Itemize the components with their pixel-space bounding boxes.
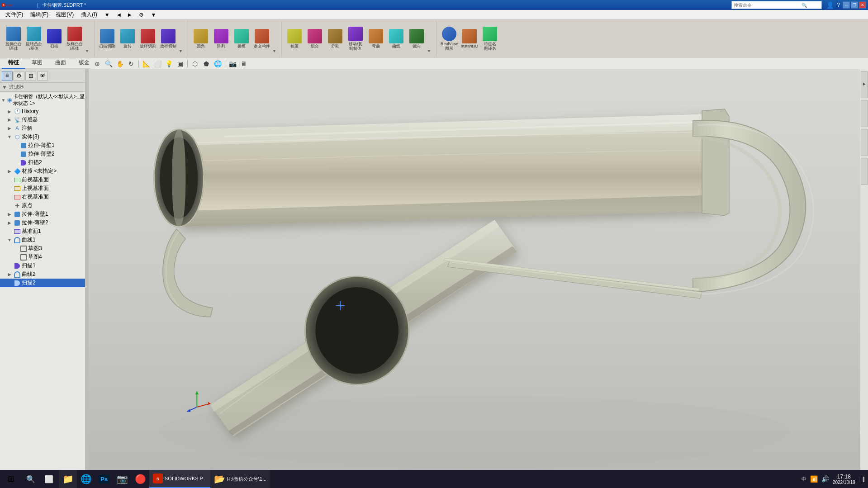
solid-toggle[interactable]: ▼ <box>6 134 13 140</box>
panel-tab-config[interactable]: ⊞ <box>25 71 36 81</box>
annot-toggle[interactable]: ▶ <box>6 125 13 132</box>
minimize-button[interactable]: ─ <box>843 1 850 9</box>
taskbar-solidworks[interactable]: S SOLIDWORKS P... <box>149 470 210 488</box>
flex-button[interactable]: 弯曲 <box>366 23 386 55</box>
taskbar-app4[interactable]: 📷 <box>113 470 131 488</box>
root-toggle[interactable]: ▼ <box>1 97 6 103</box>
menu-item-edit[interactable]: 编辑(E) <box>27 10 52 19</box>
tree-root[interactable]: ▼ ◉ 卡住钢管（默认人<<默认人>_显示状态 1> <box>0 93 85 107</box>
tree-node-plane1[interactable]: 基准面1 <box>0 227 85 236</box>
surface-group-dropdown[interactable]: ▼ <box>427 49 434 53</box>
tab-feature[interactable]: 特征 <box>2 57 25 69</box>
material-toggle[interactable]: ▶ <box>6 168 13 175</box>
vp-section-button[interactable]: ⬜ <box>152 59 162 68</box>
menu-item-view[interactable]: 视图(V) <box>52 10 77 19</box>
revolve-boss-button[interactable]: 旋转凸台/基体 <box>24 23 44 55</box>
tree-node-boss2[interactable]: ▶ 拉伸-薄壁2 <box>0 218 85 227</box>
right-btn2[interactable] <box>861 100 868 127</box>
mirror-button[interactable]: 镜向 <box>407 23 427 55</box>
viewport-3d[interactable] <box>89 69 860 479</box>
taskbar-folder[interactable]: 📂 H:\微信公众号\1... <box>210 470 270 488</box>
right-btn4[interactable] <box>861 158 868 185</box>
tree-node-curve1[interactable]: ▼ 曲线1 <box>0 236 85 244</box>
tree-node-sweep2a[interactable]: 扫描2 <box>0 158 85 167</box>
tree-node-loft2[interactable]: 拉伸-薄壁2 <box>0 150 85 158</box>
menu-item-file[interactable]: 文件(F) <box>2 10 27 19</box>
tree-node-solid[interactable]: ▼ ⬡ 实体(3) <box>0 133 85 141</box>
vp-snapshot-button[interactable]: 📷 <box>228 59 237 68</box>
tray-clock[interactable]: 17:18 2022/10/19 <box>833 474 855 485</box>
tray-lang[interactable]: 中 <box>802 476 806 483</box>
tree-node-origin[interactable]: ✚ 原点 <box>0 201 85 210</box>
taskbar-search[interactable]: 🔍 <box>22 470 40 488</box>
sweep-boss-button[interactable]: 扫描 <box>44 23 64 55</box>
curve2-toggle[interactable]: ▶ <box>6 271 13 278</box>
vp-rotate-button[interactable]: ↻ <box>126 59 136 68</box>
instant3d-button[interactable]: Instant3D <box>460 23 479 55</box>
tree-node-boss1[interactable]: ▶ 拉伸-薄壁1 <box>0 210 85 218</box>
panel-tab-property[interactable]: ⚙ <box>14 71 24 81</box>
feature-group-dropdown[interactable]: ▼ <box>272 49 280 53</box>
boss-group-dropdown[interactable]: ▼ <box>85 49 92 53</box>
start-button[interactable]: ⊞ <box>0 470 22 488</box>
help-icon[interactable]: ? <box>837 2 840 8</box>
tree-node-material[interactable]: ▶ 🔷 材质 <未指定> <box>0 167 85 175</box>
menu-nav-btn2[interactable]: ▶ <box>124 11 135 18</box>
right-btn3[interactable] <box>861 129 868 156</box>
vp-orient-button[interactable]: ⊕ <box>92 59 102 68</box>
tab-sketch[interactable]: 草图 <box>25 57 49 69</box>
combine-button[interactable]: 组合 <box>305 23 325 55</box>
sensor-toggle[interactable]: ▶ <box>6 117 13 123</box>
fillet-button[interactable]: 圆角 <box>191 23 211 55</box>
close-button[interactable]: ✕ <box>859 1 866 9</box>
menu-settings[interactable]: ⚙ <box>135 11 147 19</box>
tree-node-right[interactable]: 右视基准面 <box>0 193 85 201</box>
cut-group-dropdown[interactable]: ▼ <box>179 49 186 53</box>
vp-appearance-button[interactable]: 💡 <box>164 59 174 68</box>
history-toggle[interactable]: ▶ <box>6 108 13 114</box>
realview-button[interactable]: RealView图形 <box>439 23 459 55</box>
tree-node-sweep1[interactable]: 扫描1 <box>0 261 85 270</box>
curve1-toggle[interactable]: ▼ <box>6 237 13 243</box>
panel-tab-feature[interactable]: ≡ <box>2 71 13 81</box>
curve-button[interactable]: 曲线 <box>386 23 406 55</box>
cmd-search-input[interactable] <box>734 3 802 8</box>
markupname-button[interactable]: 特征名翻译名 <box>480 23 500 55</box>
vp-zoom-button[interactable]: 🔍 <box>104 59 114 68</box>
panel-tab-display[interactable]: 👁 <box>37 71 48 81</box>
vp-pan-button[interactable]: ✋ <box>115 59 125 68</box>
tree-node-curve2[interactable]: ▶ 曲线2 <box>0 270 85 279</box>
revolve-cut-button[interactable]: 旋转 <box>118 23 138 55</box>
intersect-button[interactable]: 参交构件 <box>252 23 272 55</box>
movesolid-button[interactable]: 移动/复制制体 <box>346 23 365 55</box>
tree-node-annot[interactable]: ▶ A 注解 <box>0 124 85 133</box>
tree-node-sensor[interactable]: ▶ 📡 传感器 <box>0 115 85 124</box>
draft-cut-button[interactable]: 放样切制 <box>158 23 178 55</box>
vp-viewmode1-button[interactable]: ⬡ <box>190 59 200 68</box>
right-btn1[interactable]: ◀ <box>861 71 868 98</box>
boss1-toggle[interactable]: ▶ <box>6 211 13 218</box>
tab-surface[interactable]: 曲面 <box>49 57 72 69</box>
taskbar-app-chrome[interactable]: 🌐 <box>77 470 95 488</box>
tree-node-history[interactable]: ▶ 🕐 History <box>0 107 85 115</box>
vp-display-button[interactable]: ▣ <box>175 59 185 68</box>
tray-show-desktop[interactable]: ▐ <box>859 477 864 482</box>
tray-network[interactable]: 📶 <box>810 475 818 483</box>
vp-measure-button[interactable]: 📐 <box>141 59 151 68</box>
loft-cut-button[interactable]: 放样切割 <box>138 23 158 55</box>
taskview-button[interactable]: ⬜ <box>40 470 58 488</box>
tree-node-loft1[interactable]: 拉伸-薄壁1 <box>0 141 85 150</box>
restore-button[interactable]: ❐ <box>851 1 858 9</box>
draft-button[interactable]: 拨模 <box>232 23 251 55</box>
tree-node-sweep3[interactable]: 扫描2 <box>0 279 85 287</box>
split-button[interactable]: 分割 <box>325 23 345 55</box>
taskbar-app-explorer[interactable]: 📁 <box>59 470 77 488</box>
extrude-boss-button[interactable]: 拉伸凸台/基体 <box>4 23 24 55</box>
pattern-button[interactable]: 阵列 <box>211 23 231 55</box>
menu-item-insert[interactable]: 插入(I) <box>77 10 100 19</box>
menu-dropdown1[interactable]: ▼ <box>101 11 114 19</box>
tree-node-sketch4[interactable]: 草图4 <box>0 253 85 261</box>
sweep-cut-button[interactable]: 扫描切除 <box>97 23 117 55</box>
wrap-button[interactable]: 包覆 <box>285 23 304 55</box>
boss2-toggle[interactable]: ▶ <box>6 220 13 226</box>
